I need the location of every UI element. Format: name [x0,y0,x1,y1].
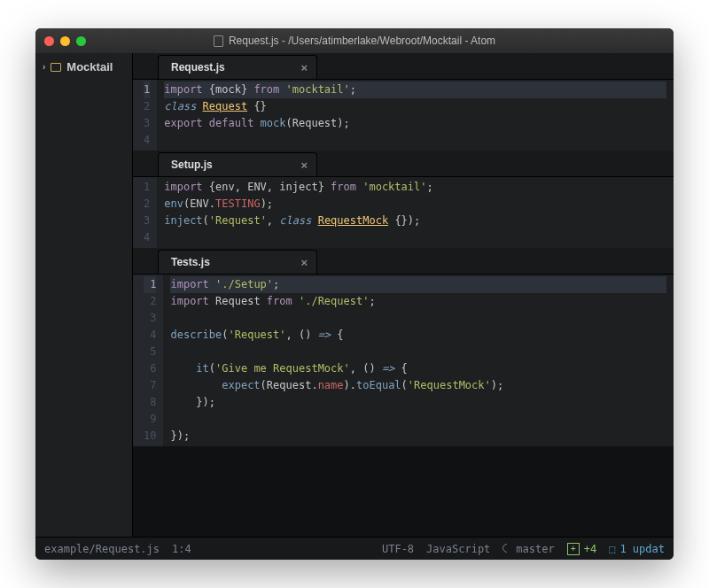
folder-icon [51,63,61,72]
code-editor[interactable]: 1234import {mock} from 'mocktail';class … [133,80,674,151]
close-icon[interactable]: × [300,159,308,172]
status-git-diff[interactable]: + +4 [567,543,596,555]
project-label: Mocktail [66,60,113,74]
file-icon [214,35,223,47]
editor-tab[interactable]: Setup.js× [158,152,317,176]
package-icon: ⬚ [609,543,615,555]
status-path[interactable]: example/Request.js [44,543,160,555]
titlebar[interactable]: Request.js - /Users/atimberlake/Webroot/… [35,28,674,53]
code-line: import './Setup'; [170,276,666,293]
code-line: inject('Request', class RequestMock {}); [164,213,666,229]
git-branch-icon [503,543,511,555]
tab-bar[interactable]: Request.js× [133,53,674,80]
status-branch[interactable]: master [503,543,554,555]
zoom-icon[interactable] [76,36,86,46]
code-content[interactable]: import {env, ENV, inject} from 'mocktail… [157,177,674,248]
code-line [170,411,666,428]
chevron-right-icon: › [43,62,45,72]
code-line: expect(Request.name).toEqual('RequestMoc… [170,377,666,394]
gutter: 1234 [133,177,157,248]
tab-label: Tests.js [171,256,210,268]
tab-label: Setup.js [171,159,213,171]
code-line: class Request {} [164,98,666,115]
code-line: describe('Request', () => { [170,327,666,344]
code-line: it('Give me RequestMock', () => { [170,360,666,377]
close-icon[interactable] [44,36,54,46]
status-updates[interactable]: ⬚ 1 updat [609,543,665,555]
code-line [164,229,666,246]
tab-bar[interactable]: Tests.js× [133,248,674,275]
status-encoding[interactable]: UTF-8 [382,543,414,555]
editor-pane: Request.js×1234import {mock} from 'mockt… [133,53,674,151]
gutter: 12345678910 [133,275,163,446]
code-line: import Request from './Request'; [170,293,666,310]
status-language[interactable]: JavaScript [426,543,490,555]
sidebar-tree[interactable]: › Mocktail [35,53,133,537]
code-line: env(ENV.TESTING); [164,196,666,213]
gutter: 1234 [133,80,157,151]
code-line: }); [170,428,666,445]
minimize-icon[interactable] [60,36,70,46]
code-line: }); [170,394,666,411]
tab-label: Request.js [171,61,225,74]
code-line: import {mock} from 'mocktail'; [164,81,666,98]
code-content[interactable]: import './Setup';import Request from './… [163,275,674,446]
editor-pane: Tests.js×12345678910import './Setup';imp… [133,248,674,446]
project-root[interactable]: › Mocktail [39,58,129,75]
close-icon[interactable]: × [300,256,308,269]
code-content[interactable]: import {mock} from 'mocktail';class Requ… [157,80,674,151]
editor-pane: Setup.js×1234import {env, ENV, inject} f… [133,151,674,248]
code-editor[interactable]: 12345678910import './Setup';import Reque… [133,275,674,446]
code-line [170,344,666,360]
code-line: import {env, ENV, inject} from 'mocktail… [164,179,666,196]
editor-tab[interactable]: Request.js× [158,55,317,79]
app-window: Request.js - /Users/atimberlake/Webroot/… [35,28,674,560]
tab-bar[interactable]: Setup.js× [133,151,674,177]
window-title: Request.js - /Users/atimberlake/Webroot/… [35,35,674,47]
status-bar: example/Request.js 1:4 UTF-8 JavaScript … [35,537,674,560]
status-cursor[interactable]: 1:4 [172,543,191,555]
editor-panes: Request.js×1234import {mock} from 'mockt… [133,53,674,537]
close-icon[interactable]: × [300,61,308,74]
code-line [170,310,666,327]
plus-icon: + [567,543,580,555]
code-editor[interactable]: 1234import {env, ENV, inject} from 'mock… [133,177,674,248]
code-line [164,132,666,149]
editor-tab[interactable]: Tests.js× [158,250,317,274]
code-line: export default mock(Request); [164,115,666,132]
